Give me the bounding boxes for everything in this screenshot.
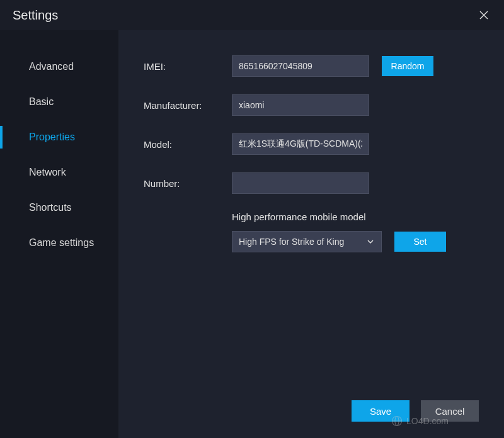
content-panel: IMEI: Random Manufacturer: Model: Number… [118, 30, 504, 438]
footer-buttons: Save Cancel [352, 400, 479, 422]
sidebar-item-label: Advanced [29, 61, 74, 72]
sidebar: Advanced Basic Properties Network Shortc… [0, 30, 118, 438]
input-manufacturer[interactable] [232, 94, 369, 116]
sidebar-item-label: Game settings [29, 237, 94, 249]
chevron-down-icon [366, 237, 375, 246]
sidebar-item-game-settings[interactable]: Game settings [0, 225, 118, 261]
titlebar: Settings [0, 0, 504, 30]
random-button[interactable]: Random [382, 56, 433, 76]
sidebar-item-properties[interactable]: Properties [0, 120, 118, 155]
sidebar-item-basic[interactable]: Basic [0, 84, 118, 120]
row-number: Number: [144, 172, 479, 194]
sidebar-item-label: Basic [29, 96, 54, 108]
sidebar-item-shortcuts[interactable]: Shortcuts [0, 190, 118, 225]
label-number: Number: [144, 178, 232, 189]
row-model: Model: [144, 133, 479, 155]
window-title: Settings [13, 8, 58, 23]
sidebar-item-label: Network [29, 167, 66, 178]
select-value: High FPS for Strike of King [239, 237, 344, 247]
row-imei: IMEI: Random [144, 55, 479, 77]
label-model: Model: [144, 139, 232, 150]
performance-heading: High performance mobile model [232, 211, 479, 222]
set-button[interactable]: Set [394, 232, 446, 252]
performance-select[interactable]: High FPS for Strike of King [232, 231, 382, 252]
sidebar-item-network[interactable]: Network [0, 155, 118, 190]
label-imei: IMEI: [144, 61, 232, 72]
sidebar-item-advanced[interactable]: Advanced [0, 49, 118, 84]
cancel-button[interactable]: Cancel [421, 400, 479, 422]
label-manufacturer: Manufacturer: [144, 100, 232, 111]
close-button[interactable] [476, 8, 491, 23]
close-icon [479, 10, 489, 20]
row-performance: High FPS for Strike of King Set [232, 231, 479, 252]
row-manufacturer: Manufacturer: [144, 94, 479, 116]
sidebar-item-label: Shortcuts [29, 202, 72, 213]
input-number[interactable] [232, 172, 369, 194]
input-model[interactable] [232, 133, 369, 155]
sidebar-item-label: Properties [29, 132, 75, 143]
input-imei[interactable] [232, 55, 369, 77]
save-button[interactable]: Save [352, 400, 410, 422]
